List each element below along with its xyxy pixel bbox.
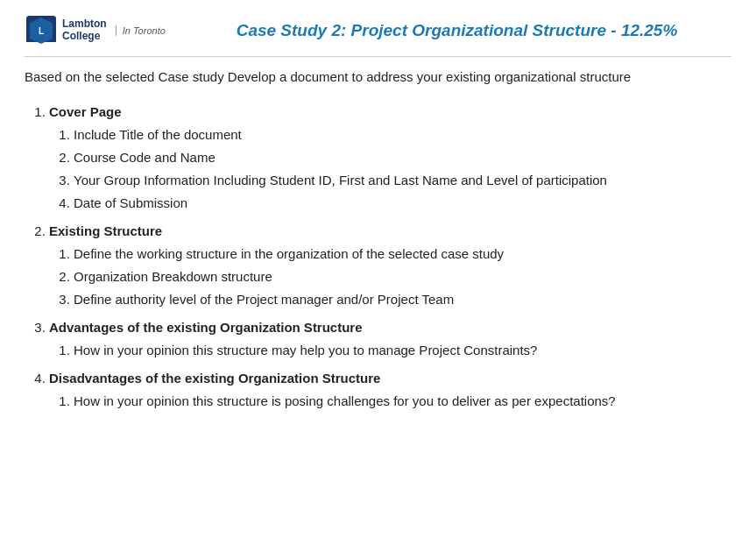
section-1-item-1: Include Title of the document xyxy=(74,124,731,145)
section-3-label: Advantages of the existing Organization … xyxy=(49,320,363,335)
section-1-item-2: Course Code and Name xyxy=(74,147,731,168)
lambton-logo: L Lambton College In Toronto xyxy=(25,14,166,47)
section-4: Disadvantages of the existing Organizati… xyxy=(49,368,731,412)
section-2-item-2: Organization Breakdown structure xyxy=(74,266,731,287)
section-2-item-1: Define the working structure in the orga… xyxy=(74,244,731,265)
section-4-label: Disadvantages of the existing Organizati… xyxy=(49,371,380,386)
section-1-item-3: Your Group Information Including Student… xyxy=(74,170,731,191)
header: L Lambton College In Toronto Case Study … xyxy=(25,14,731,57)
lambton-shield-icon: L xyxy=(25,14,58,47)
logo-area: L Lambton College In Toronto xyxy=(25,14,182,47)
section-4-item-1: How in your opinion this structure is po… xyxy=(74,391,731,412)
page: L Lambton College In Toronto Case Study … xyxy=(0,0,756,552)
logo-tagline: In Toronto xyxy=(116,25,166,36)
svg-text:L: L xyxy=(39,26,44,36)
page-title: Case Study 2: Project Organizational Str… xyxy=(182,21,731,40)
intro-text: Based on the selected Case study Develop… xyxy=(25,67,731,88)
logo-text: Lambton College xyxy=(62,18,107,43)
section-2-label: Existing Structure xyxy=(49,223,162,238)
section-1: Cover PageInclude Title of the documentC… xyxy=(49,102,731,214)
section-2-sublist: Define the working structure in the orga… xyxy=(49,244,731,310)
section-3-sublist: How in your opinion this structure may h… xyxy=(49,340,731,361)
section-1-sublist: Include Title of the documentCourse Code… xyxy=(49,124,731,214)
section-1-label: Cover Page xyxy=(49,104,122,119)
main-list: Cover PageInclude Title of the documentC… xyxy=(25,102,731,412)
section-2: Existing StructureDefine the working str… xyxy=(49,221,731,310)
section-2-item-3: Define authority level of the Project ma… xyxy=(74,289,731,310)
section-1-item-4: Date of Submission xyxy=(74,193,731,214)
section-3-item-1: How in your opinion this structure may h… xyxy=(74,340,731,361)
section-4-sublist: How in your opinion this structure is po… xyxy=(49,391,731,412)
section-3: Advantages of the existing Organization … xyxy=(49,317,731,361)
